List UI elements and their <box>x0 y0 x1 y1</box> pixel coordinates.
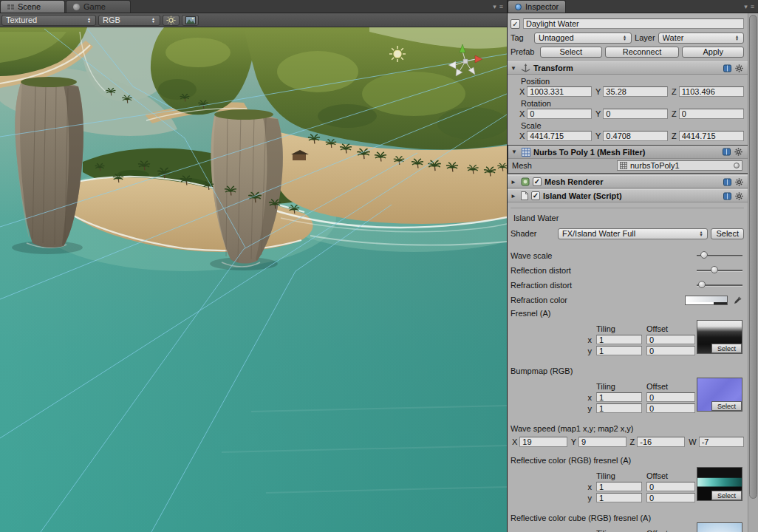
prefab-select-button[interactable]: Select <box>540 47 602 58</box>
fresnel-offset-y-field[interactable] <box>646 346 695 355</box>
gear-icon[interactable] <box>735 178 743 186</box>
slider-thumb[interactable] <box>711 266 718 273</box>
transform-title: Transform <box>533 64 573 72</box>
reflective-color-texture-preview[interactable]: Select <box>697 467 742 501</box>
mesh-filter-header[interactable]: ▼ Nurbs To Poly 1 (Mesh Filter) <box>508 146 757 159</box>
gear-icon[interactable] <box>735 64 743 72</box>
rotation-y-field[interactable] <box>603 109 668 119</box>
rotation-z-field[interactable] <box>679 109 744 119</box>
foldout-open-icon[interactable]: ▼ <box>511 149 519 155</box>
y-axis-label: Y <box>595 132 601 140</box>
fresnel-texture-select-button[interactable]: Select <box>711 344 742 353</box>
panel-dropdown-icon[interactable]: ▾ <box>744 4 748 10</box>
foldout-open-icon[interactable]: ▼ <box>511 65 518 72</box>
reflective-cube-texture-block: Reflective color cube (RGB) fresnel (A) … <box>511 514 744 532</box>
mesh-object-field[interactable]: nurbsToPoly1 <box>617 160 742 171</box>
tab-inspector[interactable]: Inspector <box>508 0 566 13</box>
wave-scale-slider[interactable] <box>697 248 742 263</box>
inspector-scrollbar[interactable] <box>748 13 758 532</box>
foldout-closed-icon[interactable]: ► <box>511 193 518 200</box>
fresnel-tiling-y-field[interactable] <box>596 346 642 355</box>
active-checkbox[interactable]: ✓ <box>511 19 520 29</box>
position-z-field[interactable] <box>679 86 744 97</box>
prefab-reconnect-button[interactable]: Reconnect <box>605 47 680 58</box>
slider-thumb[interactable] <box>700 251 708 259</box>
mesh-renderer-header[interactable]: ► ✓ Mesh Renderer <box>508 175 758 188</box>
refraction-distort-slider[interactable] <box>697 278 742 293</box>
wave-speed-z-field[interactable] <box>637 437 685 447</box>
island-water-script-header[interactable]: ► ✓ Island Water (Script) <box>508 189 758 202</box>
reflective-tiling-y-field[interactable] <box>596 493 642 502</box>
gear-icon[interactable] <box>734 148 742 156</box>
slider-thumb[interactable] <box>698 281 706 288</box>
scale-z-field[interactable] <box>679 131 744 141</box>
fresnel-label: Fresnel (A) <box>511 309 744 318</box>
reflective-offset-x-field[interactable] <box>646 482 695 491</box>
rotation-fields: X Y Z <box>519 109 744 119</box>
bumpmap-tiling-x-field[interactable] <box>596 392 642 402</box>
wave-speed-y-field[interactable] <box>578 437 626 447</box>
y-axis-label: Y <box>571 437 576 446</box>
reflective-cube-texture-preview[interactable] <box>697 522 742 532</box>
reflective-tiling-x-field[interactable] <box>596 482 642 491</box>
fresnel-texture-preview[interactable]: Select <box>697 320 742 354</box>
bumpmap-offset-x-field[interactable] <box>646 392 695 402</box>
chevron-updown-icon <box>622 35 627 41</box>
tag-dropdown[interactable]: Untagged <box>534 33 632 44</box>
refraction-color-row: Refraction color <box>511 293 744 307</box>
panel-dropdown-icon[interactable]: ▾ <box>493 4 496 10</box>
tab-scene[interactable]: Scene <box>0 0 65 13</box>
foldout-closed-icon[interactable]: ► <box>511 179 518 185</box>
wave-scale-label: Wave scale <box>511 251 552 260</box>
help-book-icon[interactable] <box>723 148 731 156</box>
fresnel-tiling-x-field[interactable] <box>596 335 642 344</box>
island-water-enabled-checkbox[interactable]: ✓ <box>531 191 540 200</box>
scene-effects-toggle-button[interactable] <box>182 15 199 26</box>
scale-y-field[interactable] <box>603 131 668 141</box>
shader-dropdown[interactable]: FX/Island Water Full <box>558 228 708 239</box>
wave-speed-fields: X Y Z W <box>512 437 744 447</box>
bumpmap-offset-y-field[interactable] <box>646 403 695 413</box>
draw-mode-dropdown[interactable]: Textured <box>1 15 96 26</box>
object-name-field[interactable] <box>523 18 744 29</box>
refraction-color-swatch[interactable] <box>685 296 728 305</box>
mesh-renderer-enabled-checkbox[interactable]: ✓ <box>533 177 542 186</box>
eyedropper-icon[interactable] <box>734 296 742 304</box>
panel-menu-icon[interactable]: ≡ <box>499 4 503 10</box>
object-picker-icon[interactable] <box>734 163 740 168</box>
reflection-distort-slider[interactable] <box>697 263 742 278</box>
island-water-title: Island Water (Script) <box>543 191 622 200</box>
wave-speed-w-field[interactable] <box>699 437 744 447</box>
help-book-icon[interactable] <box>723 192 731 200</box>
tab-game[interactable]: Game <box>66 0 131 13</box>
bumpmap-label: Bumpmap (RGB) <box>511 366 744 375</box>
prefab-row: Prefab Select Reconnect Apply <box>511 46 744 58</box>
position-x-field[interactable] <box>527 86 592 97</box>
layer-dropdown[interactable]: Water <box>658 33 744 44</box>
scale-x-field[interactable] <box>527 131 592 141</box>
y-row-label: y <box>584 347 592 355</box>
bumpmap-tiling-y-field[interactable] <box>596 403 642 413</box>
fresnel-offset-x-field[interactable] <box>646 335 695 344</box>
bumpmap-texture-select-button[interactable]: Select <box>711 401 742 411</box>
inspector-tab-icon <box>515 4 522 10</box>
help-book-icon[interactable] <box>723 178 731 186</box>
gear-icon[interactable] <box>735 192 743 200</box>
shader-select-button[interactable]: Select <box>711 228 744 239</box>
help-book-icon[interactable] <box>723 64 731 72</box>
position-y-field[interactable] <box>603 86 668 97</box>
directional-light-gizmo[interactable] <box>389 46 406 62</box>
scrollbar-thumb[interactable] <box>749 15 757 499</box>
reflective-color-select-button[interactable]: Select <box>711 491 742 500</box>
render-mode-dropdown[interactable]: RGB <box>98 15 160 26</box>
wave-speed-x-field[interactable] <box>519 437 567 447</box>
reflective-offset-y-field[interactable] <box>646 493 695 502</box>
scene-lighting-toggle-button[interactable] <box>163 15 180 26</box>
rotation-x-field[interactable] <box>527 109 592 119</box>
scene-viewport[interactable] <box>0 27 507 532</box>
prefab-apply-button[interactable]: Apply <box>682 47 744 58</box>
transform-header[interactable]: ▼ Transform <box>508 61 758 75</box>
bumpmap-texture-preview[interactable]: Select <box>697 378 742 412</box>
panel-menu-icon[interactable]: ≡ <box>751 4 754 10</box>
z-axis-label: Z <box>672 132 677 140</box>
